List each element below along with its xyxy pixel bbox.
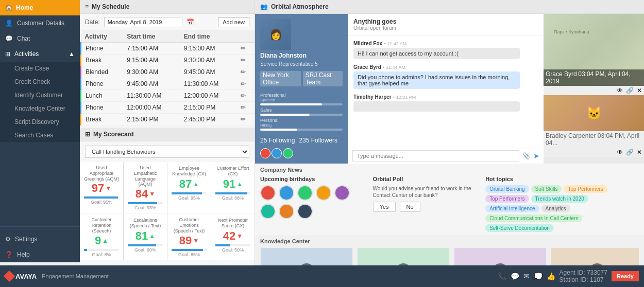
schedule-icon: ≡: [85, 3, 89, 10]
start-cell: 9:30:00 AM: [123, 66, 180, 78]
eye-icon[interactable]: 👁: [617, 87, 623, 94]
office-tag-2[interactable]: SRJ Cast Team: [303, 71, 343, 86]
edit-cell[interactable]: ✏: [236, 102, 255, 114]
score-bar: [84, 196, 118, 199]
arrow-icon: ▲: [149, 232, 155, 240]
sidebar-item-knowledge-center[interactable]: Knowledge Center: [0, 102, 80, 115]
table-row: Break 9:15:00 AM 9:30:00 AM ✏: [81, 55, 255, 66]
col-end: End time: [180, 31, 237, 43]
sidebar-item-search-cases[interactable]: Search Cases: [0, 129, 80, 142]
ready-button[interactable]: Ready: [612, 271, 639, 281]
poll-no-button[interactable]: No: [400, 202, 420, 212]
end-cell: 9:45:00 AM: [180, 66, 237, 78]
avaya-diamond-icon: [4, 271, 15, 282]
orbital-section: 👥 Orbital Atmosphere 👩 Diana Johnston Se…: [255, 0, 644, 164]
tag-analytics[interactable]: Analytics: [541, 205, 570, 212]
avatar: 👩: [260, 19, 291, 50]
sidebar-item-help[interactable]: ❓ Help: [0, 247, 80, 262]
sidebar-item-customer-details[interactable]: 👤 Customer Details: [0, 15, 80, 31]
sidebar-item-create-case[interactable]: Create Case: [0, 62, 80, 75]
map-controls-top: 👁 🔗 ✕: [544, 86, 644, 95]
chat-input[interactable]: [352, 150, 519, 162]
sidebar-item-settings[interactable]: ⚙ Settings: [0, 231, 80, 247]
edit-cell[interactable]: ✏: [236, 55, 255, 66]
tag-ai[interactable]: Artificial Intelligence: [485, 205, 539, 212]
tag-top-performers-1[interactable]: Top Performers: [564, 185, 607, 193]
score-card: Customer Retention (Speech) 9▲ Goal: 8%: [80, 214, 123, 260]
attachment-icon[interactable]: 📎: [522, 152, 530, 159]
agent-info: Agent ID: 733077 Station ID: 1107: [560, 269, 607, 283]
link-icon-2[interactable]: 🔗: [626, 149, 634, 156]
cat-person: Bradley Carpenter 03:04 PM, April 04...: [546, 132, 642, 147]
score-goal: Goal: 8%: [92, 252, 111, 257]
edit-cell[interactable]: ✏: [236, 66, 255, 78]
chat-messages: Mildred Fox • 11:42 AM Hi! I can not get…: [348, 35, 544, 148]
sidebar-item-chat[interactable]: 💬 Chat: [0, 31, 80, 46]
score-row1: Used Appropriate Greetings (AQM) 97▼ Goa…: [80, 162, 255, 213]
date-label: Date:: [85, 19, 100, 26]
close-icon-map[interactable]: ✕: [637, 87, 642, 94]
sidebar-item-credit-check[interactable]: Credit Check: [0, 75, 80, 88]
score-value: 42▼: [223, 229, 243, 243]
office-tag-1[interactable]: New York Office: [260, 71, 301, 86]
chat-icon-status[interactable]: 💭: [534, 272, 543, 280]
eye-icon-2[interactable]: 👁: [617, 149, 623, 156]
sidebar-item-activities[interactable]: ⊞ Activities ▲: [0, 46, 80, 62]
tag-top-performers-2[interactable]: Top Performers: [485, 195, 529, 203]
edit-cell[interactable]: ✏: [236, 114, 255, 125]
tag-self-serve[interactable]: Self-Serve Documentation: [485, 224, 554, 232]
followers-count: 235 Followers: [299, 137, 337, 144]
tag-orbital-banking[interactable]: Orbital Banking: [485, 185, 529, 193]
agent-avatars: [260, 148, 343, 158]
end-cell: 2:15:00 PM: [180, 102, 237, 114]
phone-icon[interactable]: 📞: [498, 272, 506, 280]
edit-cell[interactable]: ✏: [236, 90, 255, 102]
sender-3: Timothy Harper: [353, 94, 392, 100]
score-bar: [172, 192, 202, 194]
scorecard-dropdown[interactable]: Call Handling Behaviours: [85, 146, 249, 158]
sidebar-item-script-discovery[interactable]: Script Discovery: [0, 115, 80, 129]
thumbsup-icon[interactable]: 👍: [547, 272, 555, 280]
activities-icon: ⊞: [5, 50, 10, 58]
sender-2: Grace Byrd: [353, 64, 381, 70]
score-title: Used Appropriate Greetings (AQM): [84, 165, 119, 182]
video-thumb-4: ▶: [551, 248, 639, 265]
center-right-panel: 👥 Orbital Atmosphere 👩 Diana Johnston Se…: [255, 0, 644, 265]
calendar-icon[interactable]: 📅: [187, 19, 194, 26]
date-input[interactable]: [104, 17, 182, 27]
hot-topic-tags: Orbital Banking Soft Skills Top Performe…: [485, 185, 639, 232]
sidebar-activities-label: Activities: [14, 50, 39, 58]
tag-cloud[interactable]: Cloud Communications In Call Centers: [485, 214, 582, 222]
edit-cell[interactable]: ✏: [236, 43, 255, 55]
sidebar: 🏠 Home 👤 Customer Details 💬 Chat ⊞ Activ…: [0, 0, 80, 262]
poll-yes-button[interactable]: Yes: [373, 202, 396, 212]
add-new-button[interactable]: Add new: [218, 17, 249, 27]
scorecard-section: Call Handling Behaviours Used Appropriat…: [80, 141, 255, 261]
message-icon[interactable]: 💬: [511, 272, 519, 280]
tag-soft-skills[interactable]: Soft Skills: [531, 185, 562, 193]
score-bar: [84, 249, 87, 251]
link-icon[interactable]: 🔗: [626, 87, 634, 94]
sidebar-customer-label: Customer Details: [17, 20, 64, 27]
score-bar: [215, 192, 247, 194]
sidebar-item-identify-customer[interactable]: Identify Customer: [0, 88, 80, 102]
close-icon-2[interactable]: ✕: [637, 149, 642, 156]
start-cell: 11:30:00 AM: [123, 90, 180, 102]
activity-cell: Phone: [81, 102, 123, 114]
cat-image: 🐱: [544, 95, 644, 131]
cat-label-row: Bradley Carpenter 03:04 PM, April 04...: [544, 131, 644, 148]
edit-cell[interactable]: ✏: [236, 78, 255, 90]
news-title: Company News: [260, 167, 639, 173]
send-button[interactable]: ➤: [533, 152, 539, 160]
table-row: Lunch 11:30:00 AM 12:00:00 AM ✏: [81, 90, 255, 102]
email-icon[interactable]: ✉: [523, 272, 530, 280]
chat-icon: 💬: [5, 35, 13, 42]
end-cell: 12:00:00 AM: [180, 90, 237, 102]
home-icon: 🏠: [5, 4, 13, 11]
agent-card: 👩 Diana Johnston Service Representative …: [255, 14, 348, 164]
arrow-icon: ▼: [149, 190, 155, 198]
left-panel: ≡ My Schedule Date: 📅 Add new Activity S…: [80, 0, 255, 265]
scorecard-title: My Scorecard: [93, 131, 134, 138]
tag-trends[interactable]: Trends watch in 2020: [531, 195, 588, 203]
sidebar-home[interactable]: 🏠 Home: [0, 0, 80, 15]
